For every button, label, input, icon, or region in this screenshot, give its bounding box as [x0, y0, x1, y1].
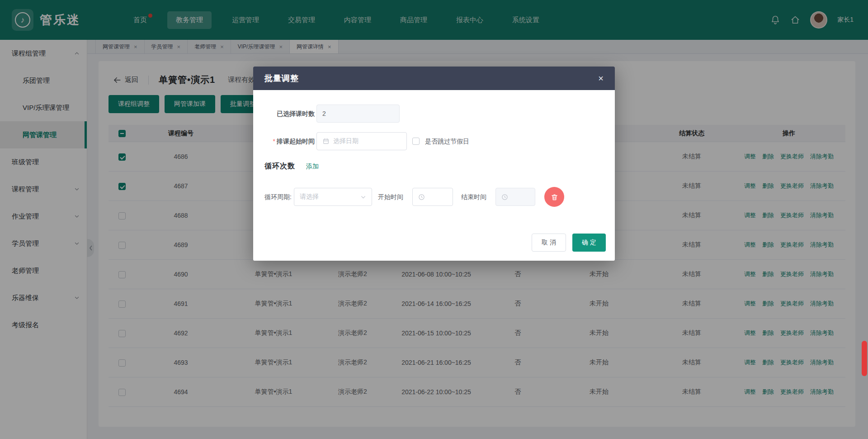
schedule-start-label: *排课起始时间: [262, 132, 315, 150]
cancel-button[interactable]: 取 消: [532, 234, 566, 252]
clock-icon: [501, 194, 508, 200]
delete-cycle-button[interactable]: [544, 187, 564, 207]
start-time-input[interactable]: [412, 188, 453, 206]
modal-title: 批量调整: [264, 73, 299, 84]
trash-icon: [551, 193, 558, 201]
date-picker-input[interactable]: 选择日期: [316, 132, 407, 150]
app-root: ♪ 管乐迷 首页 教务管理 运营管理 交易管理 内容管理 商品管理 报表中心 系…: [0, 0, 868, 439]
required-asterisk: *: [273, 138, 275, 145]
start-time-label: 开始时间: [378, 188, 403, 206]
batch-adjust-modal: 批量调整 × 已选择课时数 2 *排课起始时间 选择日期 是否跳过节假日 循环次…: [253, 67, 615, 261]
add-cycle-link[interactable]: 添加: [306, 162, 319, 171]
close-icon[interactable]: ×: [598, 74, 604, 83]
skip-holiday-label[interactable]: 是否跳过节假日: [425, 132, 469, 150]
date-placeholder: 选择日期: [333, 137, 359, 145]
chevron-down-icon: [360, 194, 366, 200]
cycle-period-label: 循环周期:: [264, 188, 292, 206]
selected-hours-input: 2: [316, 105, 400, 123]
end-time-label: 结束时间: [461, 188, 486, 206]
skip-holiday-checkbox[interactable]: [412, 138, 420, 145]
cycle-title: 循环次数: [264, 162, 295, 171]
clock-icon: [418, 194, 425, 200]
cycle-period-select[interactable]: 请选择: [294, 188, 372, 206]
selected-hours-label: 已选择课时数: [262, 105, 315, 123]
end-time-input: [495, 188, 535, 206]
modal-header: 批量调整 ×: [253, 67, 615, 90]
select-placeholder: 请选择: [300, 193, 319, 201]
confirm-button[interactable]: 确 定: [572, 234, 606, 252]
calendar-icon: [322, 138, 330, 145]
vertical-scrollbar-thumb[interactable]: [862, 341, 867, 376]
schedule-start-label-text: 排课起始时间: [277, 138, 315, 145]
cycle-section: 循环次数 添加: [264, 162, 319, 171]
selected-hours-value: 2: [322, 110, 326, 117]
